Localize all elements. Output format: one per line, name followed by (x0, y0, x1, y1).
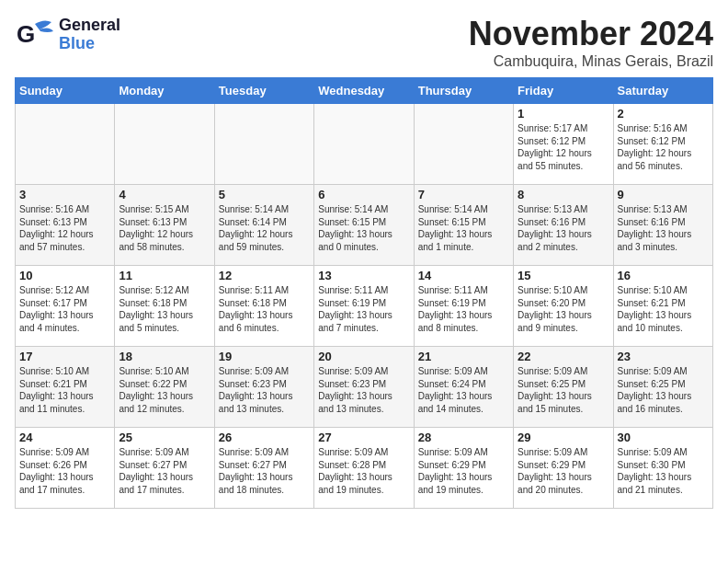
day-info: Sunrise: 5:09 AMSunset: 6:23 PMDaylight:… (219, 365, 310, 415)
day-number: 28 (418, 431, 509, 444)
day-info: Sunrise: 5:10 AMSunset: 6:21 PMDaylight:… (19, 365, 110, 415)
header-saturday: Saturday (613, 78, 712, 104)
day-number: 26 (219, 431, 310, 444)
calendar-cell: 7Sunrise: 5:14 AMSunset: 6:15 PMDaylight… (414, 185, 513, 266)
header-thursday: Thursday (414, 78, 513, 104)
day-number: 25 (119, 431, 210, 444)
day-info: Sunrise: 5:13 AMSunset: 6:16 PMDaylight:… (518, 203, 609, 253)
day-number: 19 (219, 350, 310, 363)
day-info: Sunrise: 5:14 AMSunset: 6:15 PMDaylight:… (318, 203, 409, 253)
calendar-cell (314, 104, 414, 185)
calendar-week-4: 17Sunrise: 5:10 AMSunset: 6:21 PMDayligh… (16, 347, 713, 428)
day-number: 10 (19, 269, 110, 282)
calendar-cell: 12Sunrise: 5:11 AMSunset: 6:18 PMDayligh… (214, 266, 313, 347)
day-info: Sunrise: 5:09 AMSunset: 6:27 PMDaylight:… (119, 446, 210, 496)
day-number: 11 (119, 269, 210, 282)
day-number: 1 (518, 107, 609, 121)
day-number: 3 (19, 188, 110, 201)
day-number: 29 (518, 431, 609, 444)
day-info: Sunrise: 5:11 AMSunset: 6:19 PMDaylight:… (318, 284, 409, 334)
calendar-cell: 2Sunrise: 5:16 AMSunset: 6:12 PMDaylight… (613, 104, 712, 185)
day-number: 20 (318, 350, 409, 363)
logo-general: General (59, 16, 120, 34)
day-info: Sunrise: 5:09 AMSunset: 6:23 PMDaylight:… (318, 365, 409, 415)
day-info: Sunrise: 5:09 AMSunset: 6:26 PMDaylight:… (19, 446, 110, 496)
calendar-cell: 16Sunrise: 5:10 AMSunset: 6:21 PMDayligh… (613, 266, 712, 347)
calendar-cell: 28Sunrise: 5:09 AMSunset: 6:29 PMDayligh… (414, 428, 513, 509)
day-number: 16 (618, 269, 709, 282)
day-number: 27 (318, 431, 409, 444)
calendar-cell (16, 104, 115, 185)
header-sunday: Sunday (16, 78, 115, 104)
header-wednesday: Wednesday (314, 78, 414, 104)
day-number: 4 (119, 188, 210, 201)
header-tuesday: Tuesday (214, 78, 313, 104)
day-number: 6 (318, 188, 409, 201)
calendar-cell: 3Sunrise: 5:16 AMSunset: 6:13 PMDaylight… (16, 185, 115, 266)
logo-blue: Blue (59, 34, 95, 52)
calendar-cell: 15Sunrise: 5:10 AMSunset: 6:20 PMDayligh… (514, 266, 613, 347)
day-info: Sunrise: 5:09 AMSunset: 6:30 PMDaylight:… (618, 446, 709, 496)
day-number: 5 (219, 188, 310, 201)
day-info: Sunrise: 5:10 AMSunset: 6:21 PMDaylight:… (618, 284, 709, 334)
calendar-week-1: 1Sunrise: 5:17 AMSunset: 6:12 PMDaylight… (16, 104, 713, 185)
calendar-cell: 20Sunrise: 5:09 AMSunset: 6:23 PMDayligh… (314, 347, 414, 428)
day-info: Sunrise: 5:09 AMSunset: 6:27 PMDaylight:… (219, 446, 310, 496)
day-info: Sunrise: 5:09 AMSunset: 6:28 PMDaylight:… (318, 446, 409, 496)
calendar-cell: 5Sunrise: 5:14 AMSunset: 6:14 PMDaylight… (214, 185, 313, 266)
day-info: Sunrise: 5:11 AMSunset: 6:18 PMDaylight:… (219, 284, 310, 334)
day-number: 21 (418, 350, 509, 363)
day-info: Sunrise: 5:16 AMSunset: 6:13 PMDaylight:… (19, 203, 110, 253)
day-number: 15 (518, 269, 609, 282)
day-number: 18 (119, 350, 210, 363)
day-info: Sunrise: 5:13 AMSunset: 6:16 PMDaylight:… (618, 203, 709, 253)
calendar-cell: 25Sunrise: 5:09 AMSunset: 6:27 PMDayligh… (115, 428, 214, 509)
calendar-cell: 27Sunrise: 5:09 AMSunset: 6:28 PMDayligh… (314, 428, 414, 509)
day-info: Sunrise: 5:09 AMSunset: 6:25 PMDaylight:… (618, 365, 709, 415)
day-number: 12 (219, 269, 310, 282)
day-number: 13 (318, 269, 409, 282)
day-number: 9 (618, 188, 709, 201)
day-info: Sunrise: 5:09 AMSunset: 6:24 PMDaylight:… (418, 365, 509, 415)
calendar-cell (115, 104, 214, 185)
calendar-cell: 13Sunrise: 5:11 AMSunset: 6:19 PMDayligh… (314, 266, 414, 347)
day-number: 14 (418, 269, 509, 282)
calendar-cell: 30Sunrise: 5:09 AMSunset: 6:30 PMDayligh… (613, 428, 712, 509)
calendar-cell: 9Sunrise: 5:13 AMSunset: 6:16 PMDaylight… (613, 185, 712, 266)
day-number: 2 (618, 107, 709, 121)
calendar-cell: 11Sunrise: 5:12 AMSunset: 6:18 PMDayligh… (115, 266, 214, 347)
day-info: Sunrise: 5:10 AMSunset: 6:22 PMDaylight:… (119, 365, 210, 415)
calendar-cell: 10Sunrise: 5:12 AMSunset: 6:17 PMDayligh… (16, 266, 115, 347)
calendar-cell: 24Sunrise: 5:09 AMSunset: 6:26 PMDayligh… (16, 428, 115, 509)
day-number: 22 (518, 350, 609, 363)
day-number: 17 (19, 350, 110, 363)
calendar-cell (414, 104, 513, 185)
calendar-cell: 17Sunrise: 5:10 AMSunset: 6:21 PMDayligh… (16, 347, 115, 428)
day-info: Sunrise: 5:16 AMSunset: 6:12 PMDaylight:… (618, 122, 709, 172)
calendar-cell: 22Sunrise: 5:09 AMSunset: 6:25 PMDayligh… (514, 347, 613, 428)
day-info: Sunrise: 5:10 AMSunset: 6:20 PMDaylight:… (518, 284, 609, 334)
page-header: G General Blue November 2024 Cambuquira,… (15, 15, 713, 70)
day-number: 23 (618, 350, 709, 363)
calendar-cell: 26Sunrise: 5:09 AMSunset: 6:27 PMDayligh… (214, 428, 313, 509)
day-info: Sunrise: 5:09 AMSunset: 6:29 PMDaylight:… (418, 446, 509, 496)
calendar-cell: 6Sunrise: 5:14 AMSunset: 6:15 PMDaylight… (314, 185, 414, 266)
calendar-cell (214, 104, 313, 185)
day-number: 8 (518, 188, 609, 201)
day-number: 24 (19, 431, 110, 444)
day-info: Sunrise: 5:12 AMSunset: 6:18 PMDaylight:… (119, 284, 210, 334)
calendar-cell: 21Sunrise: 5:09 AMSunset: 6:24 PMDayligh… (414, 347, 513, 428)
day-info: Sunrise: 5:14 AMSunset: 6:15 PMDaylight:… (418, 203, 509, 253)
calendar-cell: 4Sunrise: 5:15 AMSunset: 6:13 PMDaylight… (115, 185, 214, 266)
calendar-cell: 19Sunrise: 5:09 AMSunset: 6:23 PMDayligh… (214, 347, 313, 428)
day-info: Sunrise: 5:09 AMSunset: 6:29 PMDaylight:… (518, 446, 609, 496)
day-number: 30 (618, 431, 709, 444)
title-area: November 2024 Cambuquira, Minas Gerais, … (469, 15, 713, 70)
location-title: Cambuquira, Minas Gerais, Brazil (469, 53, 713, 70)
day-info: Sunrise: 5:14 AMSunset: 6:14 PMDaylight:… (219, 203, 310, 253)
calendar-week-3: 10Sunrise: 5:12 AMSunset: 6:17 PMDayligh… (16, 266, 713, 347)
logo: G General Blue (15, 15, 120, 55)
calendar-week-5: 24Sunrise: 5:09 AMSunset: 6:26 PMDayligh… (16, 428, 713, 509)
day-info: Sunrise: 5:09 AMSunset: 6:25 PMDaylight:… (518, 365, 609, 415)
day-info: Sunrise: 5:15 AMSunset: 6:13 PMDaylight:… (119, 203, 210, 253)
